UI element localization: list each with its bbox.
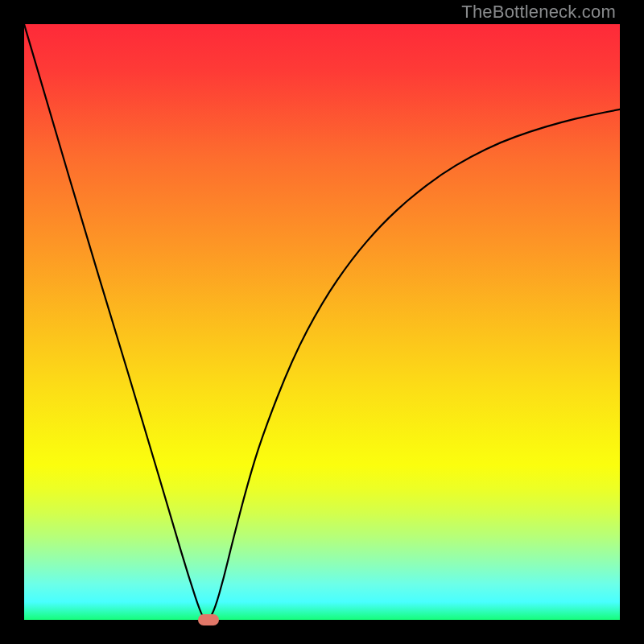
minimum-marker [198,614,219,625]
chart-frame: TheBottleneck.com [0,0,644,644]
plot-area [24,24,620,620]
watermark-text: TheBottleneck.com [461,2,616,23]
bottleneck-curve [24,24,620,620]
